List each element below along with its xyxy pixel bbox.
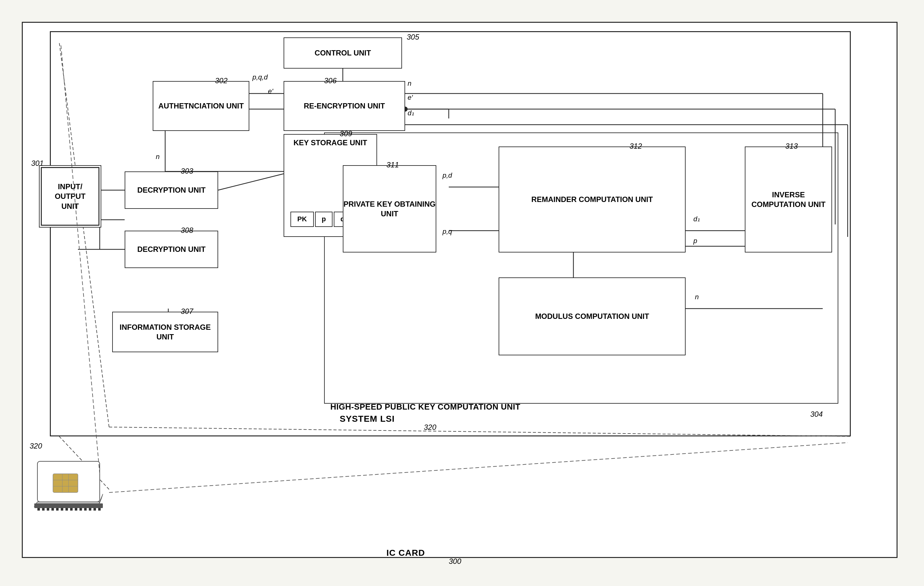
sig-pd: p,d — [442, 172, 452, 180]
svg-rect-52 — [66, 508, 68, 510]
sig-n2: n — [156, 153, 160, 161]
svg-rect-56 — [84, 508, 87, 510]
io-unit-box: INPUT/ OUTPUT UNIT — [39, 165, 101, 228]
ic-card-label: IC CARD — [386, 548, 425, 558]
decryption-unit-308-box: DECRYPTION UNIT — [125, 231, 218, 268]
control-unit-box: CONTROL UNIT — [284, 37, 402, 69]
svg-rect-40 — [53, 474, 78, 492]
ref-306: 306 — [324, 76, 337, 85]
svg-rect-50 — [56, 508, 59, 510]
svg-rect-59 — [98, 508, 101, 510]
decryption-unit-303-box: DECRYPTION UNIT — [125, 172, 218, 209]
svg-rect-53 — [70, 508, 73, 510]
ref-302: 302 — [215, 76, 228, 85]
inverse-unit-box: INVERSE COMPUTATION UNIT — [745, 147, 832, 253]
ref-312: 312 — [630, 142, 642, 150]
ref-313: 313 — [785, 142, 798, 150]
svg-rect-49 — [51, 508, 54, 510]
svg-rect-46 — [37, 508, 40, 510]
pk-cell: PK — [290, 212, 314, 227]
svg-rect-58 — [94, 508, 96, 510]
ref-311: 311 — [386, 160, 399, 169]
sig-d1a: d₁ — [408, 109, 414, 117]
sig-n1: n — [408, 79, 411, 87]
ref-303: 303 — [181, 167, 193, 175]
hspk-label: HIGH-SPEED PUBLIC KEY COMPUTATION UNIT — [330, 402, 520, 412]
ref-320b: 320 — [30, 442, 42, 451]
ref-305: 305 — [407, 33, 419, 41]
ref-309: 309 — [340, 129, 352, 138]
info-storage-unit-box: INFORMATION STORAGE UNIT — [112, 312, 218, 352]
ref-307: 307 — [181, 307, 193, 316]
system-lsi-label: SYSTEM LSI — [340, 414, 394, 424]
sig-p: p — [693, 237, 697, 245]
svg-rect-45 — [34, 503, 103, 508]
svg-rect-54 — [75, 508, 77, 510]
sig-pqd: p,q,d — [252, 73, 268, 81]
svg-rect-51 — [61, 508, 63, 510]
ic-card-image — [31, 449, 112, 511]
sig-pq: p,q — [442, 228, 452, 236]
modulus-unit-box: MODULUS COMPUTATION UNIT — [498, 277, 686, 355]
ref-308: 308 — [181, 226, 193, 235]
svg-rect-55 — [79, 508, 82, 510]
sig-d1b: d₁ — [693, 215, 700, 223]
ref-304: 304 — [810, 410, 823, 419]
remainder-unit-box: REMAINDER COMPUTATION UNIT — [498, 147, 686, 253]
svg-rect-48 — [47, 508, 49, 510]
sig-n3: n — [695, 293, 699, 301]
auth-unit-box: AUTHETNCIATION UNIT — [153, 81, 249, 131]
sig-eprime2: e' — [408, 94, 412, 102]
re-encryption-unit-box: RE-ENCRYPTION UNIT — [284, 81, 405, 131]
svg-rect-57 — [89, 508, 91, 510]
private-key-unit-box: PRIVATE KEY OBTAINING UNIT — [343, 165, 436, 253]
p-cell: p — [315, 212, 333, 227]
ref-301: 301 — [31, 159, 44, 168]
ref-320a: 320 — [424, 423, 436, 432]
svg-rect-47 — [42, 508, 45, 510]
sig-eprime: e' — [268, 87, 273, 96]
ref-300: 300 — [449, 557, 461, 566]
